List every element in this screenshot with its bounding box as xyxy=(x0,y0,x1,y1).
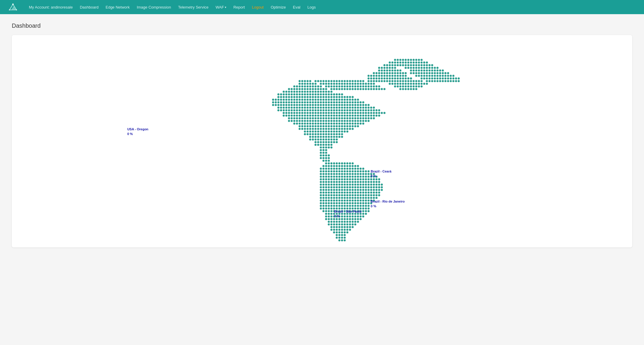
nav-eval[interactable]: Eval xyxy=(290,3,303,11)
svg-point-200 xyxy=(349,80,351,82)
svg-point-720 xyxy=(344,117,346,119)
svg-point-117 xyxy=(442,72,444,74)
svg-point-737 xyxy=(301,120,303,122)
nav-logs[interactable]: Logs xyxy=(305,3,319,11)
svg-point-609 xyxy=(344,109,346,111)
svg-point-1370 xyxy=(354,221,356,223)
svg-point-154 xyxy=(378,78,380,80)
svg-point-561 xyxy=(315,107,317,109)
svg-point-1153 xyxy=(328,192,330,194)
svg-point-483 xyxy=(293,101,295,104)
svg-point-705 xyxy=(304,117,306,119)
nav-edge-network[interactable]: Edge Network xyxy=(103,3,133,11)
svg-point-1203 xyxy=(338,197,341,199)
svg-point-913 xyxy=(325,149,327,151)
svg-point-901 xyxy=(320,144,322,146)
svg-point-742 xyxy=(315,120,317,122)
nav-waf[interactable]: WAF xyxy=(213,3,229,11)
svg-point-619 xyxy=(370,109,372,111)
svg-point-278 xyxy=(415,83,417,85)
svg-point-940 xyxy=(325,165,327,167)
logo[interactable] xyxy=(7,2,19,12)
svg-point-1228 xyxy=(346,200,349,202)
nav-image-compression[interactable]: Image Compression xyxy=(134,3,174,11)
svg-point-690 xyxy=(357,115,359,117)
svg-point-585 xyxy=(280,109,282,111)
svg-point-409 xyxy=(333,93,335,96)
svg-point-1075 xyxy=(373,181,375,183)
svg-point-481 xyxy=(288,101,290,104)
svg-point-44 xyxy=(418,64,420,66)
svg-point-273 xyxy=(402,83,404,85)
svg-point-1190 xyxy=(365,194,367,196)
svg-point-684 xyxy=(341,115,343,117)
svg-point-461 xyxy=(323,99,325,101)
svg-point-1003 xyxy=(357,173,359,175)
svg-point-836 xyxy=(309,131,311,133)
svg-point-739 xyxy=(307,120,309,122)
svg-point-81 xyxy=(415,70,417,72)
svg-point-1390 xyxy=(349,226,351,228)
svg-point-1404 xyxy=(344,231,346,234)
svg-point-793 xyxy=(307,125,309,127)
svg-point-769 xyxy=(309,123,311,125)
svg-point-798 xyxy=(320,125,322,127)
svg-point-624 xyxy=(285,112,288,114)
svg-point-181 xyxy=(458,78,460,80)
nav-dashboard[interactable]: Dashboard xyxy=(77,3,102,11)
svg-point-434 xyxy=(333,96,335,98)
svg-point-1245 xyxy=(336,202,338,204)
svg-point-523 xyxy=(307,104,309,106)
svg-point-628 xyxy=(296,112,298,114)
svg-point-345 xyxy=(341,88,343,90)
svg-point-881 xyxy=(315,139,317,141)
nav-optimize[interactable]: Optimize xyxy=(268,3,289,11)
svg-point-828 xyxy=(338,128,341,130)
svg-point-1096 xyxy=(368,184,370,186)
svg-point-666 xyxy=(293,115,295,117)
nav-logout[interactable]: Logout xyxy=(249,3,267,11)
svg-point-607 xyxy=(338,109,341,111)
svg-point-932 xyxy=(336,162,338,165)
nav-report[interactable]: Report xyxy=(230,3,248,11)
svg-point-747 xyxy=(328,120,330,122)
svg-point-53 xyxy=(386,67,388,69)
svg-point-80 xyxy=(413,70,415,72)
main-nav: My Account: andinoresale Dashboard Edge … xyxy=(0,0,644,14)
svg-point-1171 xyxy=(376,192,378,194)
svg-point-1215 xyxy=(370,197,372,199)
nav-my-account[interactable]: My Account: andinoresale xyxy=(26,3,76,11)
svg-point-99 xyxy=(392,72,394,74)
svg-point-900 xyxy=(317,144,319,146)
svg-point-532 xyxy=(331,104,333,106)
svg-point-357 xyxy=(373,88,375,90)
svg-point-616 xyxy=(362,109,364,111)
svg-point-497 xyxy=(331,101,333,104)
svg-point-597 xyxy=(312,109,314,111)
svg-point-1254 xyxy=(360,202,362,204)
svg-point-226 xyxy=(421,80,423,82)
svg-point-1172 xyxy=(378,192,380,194)
svg-point-1235 xyxy=(365,200,367,202)
svg-point-85 xyxy=(426,70,428,72)
svg-point-359 xyxy=(378,88,380,90)
svg-point-803 xyxy=(333,125,335,127)
svg-point-179 xyxy=(453,78,455,80)
svg-point-1163 xyxy=(354,192,356,194)
svg-point-427 xyxy=(315,96,317,98)
svg-point-923 xyxy=(325,157,327,159)
svg-point-178 xyxy=(450,78,452,80)
svg-point-396 xyxy=(299,93,301,96)
svg-point-412 xyxy=(341,93,343,96)
nav-telemetry-service[interactable]: Telemetry Service xyxy=(175,3,211,11)
svg-point-1155 xyxy=(333,192,335,194)
svg-point-1209 xyxy=(354,197,356,199)
svg-point-465 xyxy=(333,99,335,101)
svg-point-998 xyxy=(344,173,346,175)
svg-point-352 xyxy=(360,88,362,90)
svg-point-34 xyxy=(392,64,394,66)
svg-point-1038 xyxy=(336,178,338,180)
svg-point-312 xyxy=(373,86,375,88)
svg-point-1022 xyxy=(352,176,354,178)
svg-point-162 xyxy=(399,78,402,80)
